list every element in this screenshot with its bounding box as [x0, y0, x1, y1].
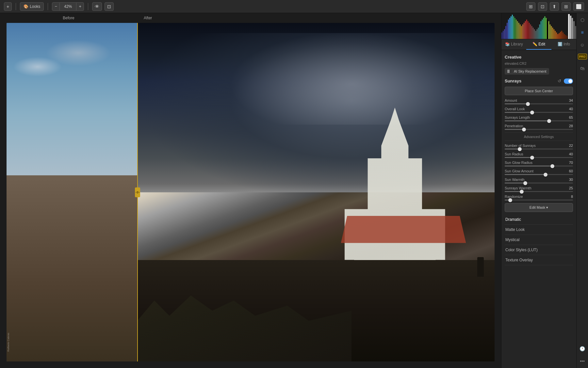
amount-thumb[interactable]	[526, 102, 530, 106]
tab-info[interactable]: ℹ️ Info	[551, 39, 576, 50]
dramatic-item[interactable]: Dramatic	[505, 215, 573, 225]
svg-rect-5	[508, 20, 509, 39]
matte-look-item[interactable]: Matte Look	[505, 225, 573, 235]
svg-rect-34	[546, 18, 547, 39]
overall-look-track[interactable]	[505, 112, 573, 113]
preview-button[interactable]: 👁	[92, 2, 102, 11]
main-sliders: Amount 34 Overall Look 40	[505, 98, 573, 130]
advanced-settings-label[interactable]: Advanced Settings	[505, 132, 573, 141]
penetration-track[interactable]	[505, 129, 573, 130]
tab-edit-label: Edit	[538, 42, 545, 46]
penetration-value: 28	[569, 124, 573, 128]
sun-glow-radius-value: 70	[569, 161, 573, 165]
sun-warmth-track[interactable]	[505, 183, 573, 184]
num-sunrays-slider-row: Number of Sunrays 22	[505, 144, 573, 149]
split-line[interactable]: ◁▷	[137, 23, 138, 361]
penetration-label: Penetration	[505, 124, 523, 128]
layers-icon[interactable]: ⬡	[579, 16, 586, 24]
svg-rect-14	[520, 25, 521, 39]
svg-rect-9	[513, 16, 514, 39]
after-label: After	[137, 16, 501, 20]
amount-track[interactable]	[505, 103, 573, 104]
svg-rect-4	[507, 23, 508, 39]
num-sunrays-track[interactable]	[505, 149, 573, 149]
svg-rect-27	[537, 29, 538, 39]
sunrays-length-track[interactable]	[505, 120, 573, 121]
apps-button[interactable]: ⊞	[562, 2, 571, 11]
texture-overlay-item[interactable]: Texture Overlay	[505, 255, 573, 265]
sunrays-warmth-value: 25	[569, 186, 573, 190]
sunrays-reset-button[interactable]: ↺	[557, 78, 562, 84]
zoom-minus-button[interactable]: −	[52, 2, 60, 11]
tab-library[interactable]: 📚 Library	[501, 39, 526, 50]
penetration-thumb[interactable]	[522, 128, 526, 131]
export-button[interactable]: ⬆	[550, 2, 559, 11]
randomize-track[interactable]	[505, 200, 573, 201]
sun-radius-thumb[interactable]	[530, 156, 534, 160]
color-styles-item[interactable]: Color Styles (LUT)	[505, 245, 573, 255]
image-container: Raffaele Cabras	[7, 23, 495, 361]
split-handle[interactable]: ◁▷	[135, 187, 140, 197]
sun-glow-amount-label: Sun Glow Amount	[505, 169, 533, 173]
sunrays-length-fill	[505, 120, 549, 121]
svg-rect-20	[528, 21, 529, 39]
place-sun-center-button[interactable]: Place Sun Center	[505, 87, 573, 95]
more-icon[interactable]: •••	[579, 358, 586, 365]
edit-mask-button[interactable]: Edit Mask ▾	[505, 203, 573, 212]
sun-glow-radius-thumb[interactable]	[550, 164, 554, 168]
overall-look-value: 40	[569, 107, 573, 111]
penetration-fill	[505, 129, 524, 130]
edit-icon: ✏️	[532, 42, 537, 46]
sun-glow-amount-thumb[interactable]	[544, 173, 547, 177]
add-icon: +	[7, 4, 9, 9]
svg-rect-29	[539, 25, 540, 39]
crop-button[interactable]: ⊡	[538, 2, 547, 11]
sun-warmth-value: 30	[569, 178, 573, 182]
info-icon: ℹ️	[558, 42, 563, 46]
tab-edit[interactable]: ✏️ Edit	[526, 39, 551, 50]
randomize-thumb[interactable]	[508, 198, 512, 202]
sun-warmth-fill	[505, 183, 525, 184]
svg-rect-55	[575, 26, 576, 39]
fullscreen-button[interactable]: ⬜	[573, 2, 584, 11]
right-icon-sidebar: ⬡ ≡ ☺ PRO 🛍 🕐 •••	[576, 13, 588, 368]
sun-radius-track[interactable]	[505, 157, 573, 158]
svg-rect-15	[521, 26, 522, 39]
panel-scroll[interactable]: Creative elevated.CR2 AI Sky Replacement…	[501, 50, 576, 368]
mystical-item[interactable]: Mystical	[505, 235, 573, 245]
zoom-plus-button[interactable]: +	[76, 2, 84, 11]
grid-button[interactable]: ⊞	[526, 2, 535, 11]
sun-warmth-thumb[interactable]	[523, 181, 527, 185]
num-sunrays-thumb[interactable]	[518, 147, 522, 151]
sun-glow-amount-value: 60	[569, 169, 573, 173]
bag-icon[interactable]: 🛍	[579, 65, 586, 72]
svg-rect-22	[530, 25, 531, 39]
ai-sky-pill[interactable]: AI Sky Replacement	[505, 68, 549, 75]
ai-sky-label: AI Sky Replacement	[514, 69, 547, 73]
compare-button[interactable]: ⊡	[105, 2, 114, 11]
overall-look-thumb[interactable]	[530, 111, 534, 114]
looks-button[interactable]: 🎨 Looks	[20, 2, 44, 11]
sunrays-toggle[interactable]	[564, 79, 573, 84]
sunrays-length-thumb[interactable]	[547, 119, 551, 123]
svg-rect-6	[509, 18, 510, 39]
svg-rect-7	[511, 16, 512, 39]
add-button[interactable]: +	[4, 2, 12, 11]
ai-sky-icon	[507, 70, 512, 73]
sunrays-length-label: Sunrays Length	[505, 115, 530, 119]
clock-icon[interactable]: 🕐	[579, 345, 586, 352]
sun-glow-amount-track[interactable]	[505, 174, 573, 175]
face-icon[interactable]: ☺	[579, 41, 586, 48]
svg-rect-36	[548, 21, 549, 39]
sunrays-warmth-track[interactable]	[505, 191, 573, 192]
tab-info-label: Info	[564, 42, 570, 46]
pro-badge[interactable]: PRO	[578, 54, 587, 60]
sun-radius-label: Sun Radius	[505, 152, 523, 156]
sunrays-warmth-thumb[interactable]	[520, 190, 524, 194]
svg-rect-32	[543, 18, 544, 39]
sliders-icon[interactable]: ≡	[579, 29, 586, 36]
right-panel: 📚 Library ✏️ Edit ℹ️ Info Creative eleva…	[501, 13, 576, 368]
before-label: Before	[0, 16, 137, 20]
sun-glow-radius-track[interactable]	[505, 166, 573, 166]
sun-glow-radius-label: Sun Glow Radius	[505, 161, 532, 165]
